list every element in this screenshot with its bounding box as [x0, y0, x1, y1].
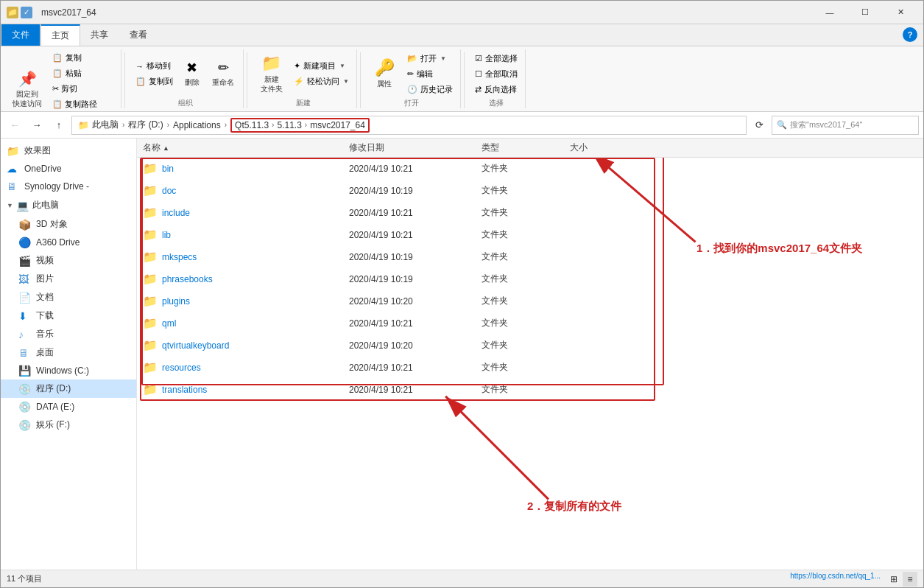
sidebar-item-onedrive[interactable]: ☁ OneDrive [1, 160, 136, 178]
properties-button[interactable]: 🔑 属性 [368, 55, 401, 92]
breadcrumb-qt5[interactable]: Qt5.11.3 [235, 120, 269, 130]
file-row-doc[interactable]: 📁 doc 2020/4/19 10:19 文件夹 [137, 180, 923, 202]
window-title: msvc2017_64 [41, 7, 808, 18]
history-button[interactable]: 🕐 历史记录 [404, 83, 456, 97]
file-row-bin[interactable]: 📁 bin 2020/4/19 10:21 文件夹 [137, 158, 923, 180]
folder-icon-desktop: 🖥 [18, 347, 32, 359]
ribbon-group-new: 📁 新建 文件夹 ✦ 新建项目 ▼ ⚡ 轻松访问 ▼ 新建 [250, 49, 357, 108]
file-type-plugins: 文件夹 [482, 295, 570, 307]
breadcrumb-applications[interactable]: Applications [173, 120, 221, 130]
edit-button[interactable]: ✏ 编辑 [404, 67, 456, 81]
new-label: 新建 [296, 98, 311, 108]
tab-home[interactable]: 主页 [40, 24, 80, 46]
select-none-button[interactable]: ☐ 全部取消 [472, 67, 521, 81]
delete-button[interactable]: ✖ 删除 [179, 57, 205, 91]
file-name-plugins: 📁 plugins [143, 294, 349, 308]
address-bar[interactable]: 📁 此电脑 › 程序 (D:) › Applications › Qt5.11.… [71, 116, 747, 135]
back-button[interactable]: ← [5, 116, 24, 135]
file-date-include: 2020/4/19 10:21 [349, 208, 482, 218]
minimize-button[interactable]: — [813, 1, 847, 24]
sidebar-item-xingguang[interactable]: 📁 效果图 [1, 141, 136, 160]
sidebar-item-windows-c[interactable]: 💾 Windows (C:) [1, 362, 136, 379]
copy-label: 复制 [66, 52, 82, 63]
header-name[interactable]: 名称 ▲ [143, 141, 349, 154]
sidebar-item-data-e[interactable]: 💿 DATA (E:) [1, 398, 136, 416]
sidebar-item-program-d[interactable]: 💿 程序 (D:) [1, 379, 136, 398]
search-icon: 🔍 [777, 120, 787, 130]
select-all-label: 全部选择 [485, 53, 518, 64]
sidebar-item-picture[interactable]: 🖼 图片 [1, 270, 136, 288]
new-item-label: 新建项目 [303, 60, 336, 71]
sidebar-item-desktop[interactable]: 🖥 桌面 [1, 343, 136, 362]
file-row-qtvirtualkeyboard[interactable]: 📁 qtvirtualkeyboard 2020/4/19 10:20 文件夹 [137, 335, 923, 357]
sidebar-item-document[interactable]: 📄 文档 [1, 288, 136, 307]
file-row-translations[interactable]: 📁 translations 2020/4/19 10:21 文件夹 [137, 379, 923, 401]
breadcrumb-thispc[interactable]: 此电脑 [92, 119, 119, 131]
file-row-mkspecs[interactable]: 📁 mkspecs 2020/4/19 10:19 文件夹 [137, 246, 923, 268]
search-bar[interactable]: 🔍 搜索"msvc2017_64" [772, 116, 919, 135]
file-row-resources[interactable]: 📁 resources 2020/4/19 10:21 文件夹 [137, 357, 923, 379]
sidebar-item-video[interactable]: 🎬 视频 [1, 251, 136, 270]
file-row-plugins[interactable]: 📁 plugins 2020/4/19 10:20 文件夹 [137, 290, 923, 312]
copy-to-button[interactable]: 📋 复制到 [133, 74, 176, 88]
file-type-include: 文件夹 [482, 206, 570, 219]
list-view-button[interactable]: ⊞ [886, 572, 901, 587]
pin-button[interactable]: 📌 固定到 快速访问 [8, 67, 46, 111]
file-row-qml[interactable]: 📁 qml 2020/4/19 10:21 文件夹 [137, 312, 923, 335]
breadcrumb-msvc[interactable]: msvc2017_64 [310, 120, 365, 130]
select-all-button[interactable]: ☑ 全部选择 [472, 52, 521, 66]
tab-view[interactable]: 查看 [119, 24, 158, 46]
open-button[interactable]: 📂 打开 ▼ [404, 52, 456, 66]
up-button[interactable]: ↑ [49, 116, 68, 135]
status-bar: 11 个项目 https://blog.csdn.net/qq_1... ⊞ ≡ [1, 570, 923, 587]
copy-button[interactable]: 📋 复制 [49, 51, 116, 65]
file-row-phrasebooks[interactable]: 📁 phrasebooks 2020/4/19 10:19 文件夹 [137, 268, 923, 290]
file-date-bin: 2020/4/19 10:21 [349, 164, 482, 174]
new-folder-button[interactable]: 📁 新建 文件夹 [255, 51, 288, 97]
sidebar-item-synology[interactable]: 🖥 Synology Drive - [1, 178, 136, 195]
move-label: 移动到 [147, 60, 171, 71]
select-label: 选择 [489, 98, 504, 108]
header-date[interactable]: 修改日期 [349, 141, 482, 154]
organize-label: 组织 [178, 98, 193, 108]
sidebar-item-thispc[interactable]: ▼ 💻 此电脑 [1, 195, 136, 215]
copy-to-label: 复制到 [149, 76, 173, 87]
move-button[interactable]: → 移动到 [133, 59, 176, 73]
file-row-include[interactable]: 📁 include 2020/4/19 10:21 文件夹 [137, 202, 923, 224]
sidebar-item-a360[interactable]: 🔵 A360 Drive [1, 234, 136, 251]
cut-button[interactable]: ✂ 剪切 [49, 82, 116, 96]
pin-label: 固定到 快速访问 [13, 89, 42, 108]
file-name-lib: 📁 lib [143, 228, 349, 242]
easy-access-button[interactable]: ⚡ 轻松访问 ▼ [291, 74, 352, 88]
sidebar: 📁 效果图 ☁ OneDrive 🖥 Synology Drive - ▼ 💻 … [1, 139, 137, 570]
sidebar-item-3d[interactable]: 📦 3D 对象 [1, 215, 136, 234]
select-btn-stack: ☑ 全部选择 ☐ 全部取消 ⇄ 反向选择 [472, 52, 521, 97]
copy-path-button[interactable]: 📋 复制路径 [49, 97, 116, 111]
help-button[interactable]: ? [903, 27, 917, 42]
detail-view-button[interactable]: ≡ [903, 572, 917, 587]
main-area: 📁 效果图 ☁ OneDrive 🖥 Synology Drive - ▼ 💻 … [1, 139, 923, 570]
sidebar-label-program-d: 程序 (D:) [36, 382, 71, 395]
tab-file[interactable]: 文件 [1, 24, 40, 46]
refresh-button[interactable]: ⟳ [750, 116, 769, 135]
new-item-button[interactable]: ✦ 新建项目 ▼ [291, 59, 352, 73]
sidebar-item-music[interactable]: ♪ 音乐 [1, 325, 136, 343]
invert-selection-button[interactable]: ⇄ 反向选择 [472, 83, 521, 97]
annotation2-text: 2．复制所有的文件 [527, 500, 621, 514]
forward-button[interactable]: → [27, 116, 46, 135]
breadcrumb-program-d[interactable]: 程序 (D:) [128, 119, 163, 131]
file-row-lib[interactable]: 📁 lib 2020/4/19 10:21 文件夹 [137, 224, 923, 246]
close-button[interactable]: ✕ [884, 1, 917, 24]
tab-share[interactable]: 共享 [80, 24, 119, 46]
sidebar-label-desktop: 桌面 [36, 346, 54, 359]
sidebar-item-entertainment-f[interactable]: 💿 娱乐 (F:) [1, 416, 136, 434]
restore-button[interactable]: ☐ [848, 1, 882, 24]
folder-icon-lib: 📁 [143, 228, 158, 242]
file-date-plugins: 2020/4/19 10:20 [349, 296, 482, 307]
header-type[interactable]: 类型 [482, 141, 570, 154]
header-size[interactable]: 大小 [570, 141, 917, 154]
rename-button[interactable]: ✏ 重命名 [208, 57, 239, 91]
sidebar-item-download[interactable]: ⬇ 下载 [1, 307, 136, 325]
paste-button[interactable]: 📋 粘贴 [49, 66, 116, 80]
breadcrumb-511[interactable]: 5.11.3 [277, 120, 301, 130]
